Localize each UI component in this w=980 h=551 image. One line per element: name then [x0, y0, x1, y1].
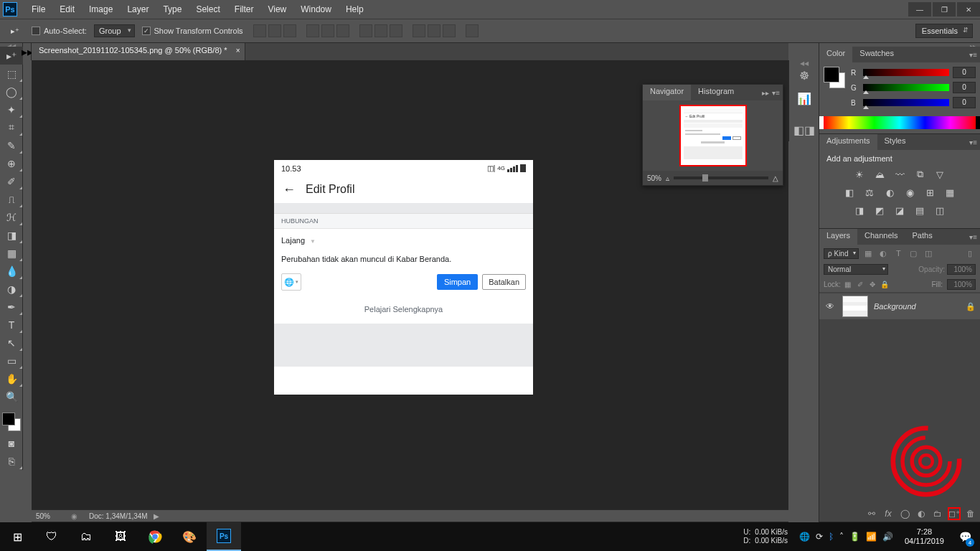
- curves-icon[interactable]: 〰: [892, 167, 908, 182]
- collapse-icon[interactable]: ▸▸: [762, 89, 769, 97]
- align-icon[interactable]: [306, 24, 319, 37]
- filter-pixel-icon[interactable]: ▦: [862, 248, 874, 259]
- levels-icon[interactable]: ⛰: [872, 167, 887, 182]
- spectrum-bar[interactable]: [824, 116, 976, 129]
- show-transform-checkbox[interactable]: [142, 27, 151, 35]
- layer-lock-icon[interactable]: 🔒: [966, 302, 976, 311]
- tray-chevron-icon[interactable]: ˄: [839, 532, 844, 542]
- zoom-tool[interactable]: 🔍: [0, 387, 23, 405]
- tray-bluetooth-icon[interactable]: ᛒ: [829, 532, 834, 542]
- shape-tool[interactable]: ▭: [0, 352, 23, 369]
- panel-menu-icon[interactable]: ▾≡: [969, 138, 977, 146]
- eyedropper-tool[interactable]: ✎: [0, 136, 23, 154]
- lock-transparency-icon[interactable]: ▦: [843, 280, 853, 290]
- screen-mode[interactable]: ⎘: [0, 452, 23, 470]
- menu-layer[interactable]: Layer: [120, 4, 156, 14]
- brush-tool[interactable]: ✐: [0, 172, 23, 190]
- start-button[interactable]: ⊞: [0, 522, 34, 551]
- zoom-in-icon[interactable]: △: [773, 174, 778, 182]
- filter-shape-icon[interactable]: ▢: [908, 248, 919, 259]
- close-button[interactable]: ✕: [957, 2, 980, 17]
- new-layer-icon[interactable]: ◻⁺: [948, 507, 961, 520]
- brightness-icon[interactable]: ☀: [852, 167, 867, 182]
- auto-select-dropdown[interactable]: Group: [94, 24, 135, 37]
- fill-value[interactable]: 100%: [947, 279, 976, 290]
- path-tool[interactable]: ↖: [0, 334, 23, 352]
- invert-icon[interactable]: ◨: [852, 203, 867, 217]
- histogram-icon[interactable]: 📊: [789, 87, 819, 110]
- magic-wand-tool[interactable]: ✦: [0, 100, 23, 118]
- tab-styles[interactable]: Styles: [877, 134, 913, 150]
- align-icon[interactable]: [268, 24, 281, 37]
- gradient-map-icon[interactable]: ▤: [912, 203, 928, 217]
- maximize-button[interactable]: ❐: [933, 2, 956, 17]
- zoom-slider[interactable]: [674, 176, 768, 179]
- gradient-tool[interactable]: ▦: [0, 244, 23, 262]
- tab-paths[interactable]: Paths: [905, 229, 940, 245]
- lock-position-icon[interactable]: ✥: [867, 280, 877, 290]
- document-canvas[interactable]: 10.53 ◫| 4G ← Edit Profil HUBUNGAN Lajan…: [274, 160, 533, 395]
- auto-select-checkbox[interactable]: [32, 27, 40, 35]
- lasso-tool[interactable]: ◯: [0, 83, 23, 100]
- blend-mode-dropdown[interactable]: Normal: [824, 264, 888, 275]
- mask-icon[interactable]: ◯: [898, 507, 911, 520]
- layer-thumbnail[interactable]: [842, 296, 868, 317]
- photos-icon[interactable]: 🖼: [103, 522, 138, 551]
- tab-swatches[interactable]: Swatches: [852, 47, 901, 62]
- bw-icon[interactable]: ◐: [882, 185, 897, 199]
- distribute-icon[interactable]: [390, 24, 402, 37]
- b-slider[interactable]: [863, 99, 949, 106]
- minimize-button[interactable]: —: [908, 2, 931, 17]
- navigator-preview[interactable]: ← Edit Profil: [643, 100, 783, 171]
- stamp-tool[interactable]: ⎍: [0, 190, 23, 208]
- workspace-switcher[interactable]: Essentials: [915, 24, 973, 38]
- marquee-tool[interactable]: ⬚: [0, 65, 23, 83]
- zoom-value[interactable]: 50%: [647, 174, 661, 182]
- auto-align-icon[interactable]: [466, 24, 479, 37]
- filter-smart-icon[interactable]: ◫: [923, 248, 934, 259]
- filter-type-icon[interactable]: T: [892, 248, 904, 259]
- tab-navigator[interactable]: Navigator: [643, 85, 691, 100]
- explorer-icon[interactable]: 🗂: [69, 522, 103, 551]
- filter-toggle[interactable]: ▯: [964, 248, 976, 259]
- tray-wifi-icon[interactable]: 📶: [866, 532, 877, 542]
- action-center-icon[interactable]: 💬4: [950, 522, 980, 551]
- tray-sync-icon[interactable]: ⟳: [816, 532, 823, 542]
- selective-color-icon[interactable]: ◫: [932, 203, 948, 217]
- doc-info-arrow-icon[interactable]: ▶: [154, 512, 159, 520]
- layer-row[interactable]: 👁 Background 🔒: [819, 293, 980, 319]
- b-value[interactable]: 0: [953, 97, 976, 108]
- tray-volume-icon[interactable]: 🔊: [882, 532, 893, 542]
- panel-menu-icon[interactable]: ▾≡: [772, 89, 780, 97]
- align-icon[interactable]: [336, 24, 349, 37]
- lock-all-icon[interactable]: 🔒: [880, 280, 890, 290]
- tab-histogram[interactable]: Histogram: [691, 85, 741, 100]
- delete-layer-icon[interactable]: 🗑: [964, 507, 977, 520]
- align-icon[interactable]: [253, 24, 266, 37]
- hand-tool[interactable]: ✋: [0, 369, 23, 387]
- menu-type[interactable]: Type: [156, 4, 189, 14]
- panel-menu-icon[interactable]: ▾≡: [969, 233, 977, 241]
- tray-battery-icon[interactable]: 🔋: [849, 532, 860, 542]
- vibrance-icon[interactable]: ▽: [932, 167, 948, 182]
- threshold-icon[interactable]: ◪: [892, 203, 908, 217]
- eraser-tool[interactable]: ◨: [0, 226, 23, 244]
- history-brush-tool[interactable]: ℋ: [0, 208, 23, 226]
- healing-tool[interactable]: ⊕: [0, 154, 23, 172]
- collapsed-panel-toggle[interactable]: ▸▸: [23, 43, 32, 60]
- wheel-icon[interactable]: ☸: [789, 64, 819, 87]
- channel-mixer-icon[interactable]: ⊞: [922, 185, 938, 199]
- lookup-icon[interactable]: ▦: [942, 185, 958, 199]
- menu-image[interactable]: Image: [82, 4, 120, 14]
- exposure-icon[interactable]: ⧉: [912, 167, 928, 182]
- distribute-icon[interactable]: [428, 24, 440, 37]
- g-slider[interactable]: [863, 84, 949, 91]
- hue-icon[interactable]: ◧: [842, 185, 857, 199]
- filter-kind-dropdown[interactable]: ρ Kind: [824, 248, 859, 259]
- tab-color[interactable]: Color: [819, 47, 852, 62]
- posterize-icon[interactable]: ◩: [872, 203, 887, 217]
- doc-info[interactable]: Doc: 1,34M/1,34M: [89, 512, 148, 520]
- menu-edit[interactable]: Edit: [52, 4, 82, 14]
- zoom-out-icon[interactable]: ▵: [666, 174, 669, 182]
- pen-tool[interactable]: ✒: [0, 298, 23, 316]
